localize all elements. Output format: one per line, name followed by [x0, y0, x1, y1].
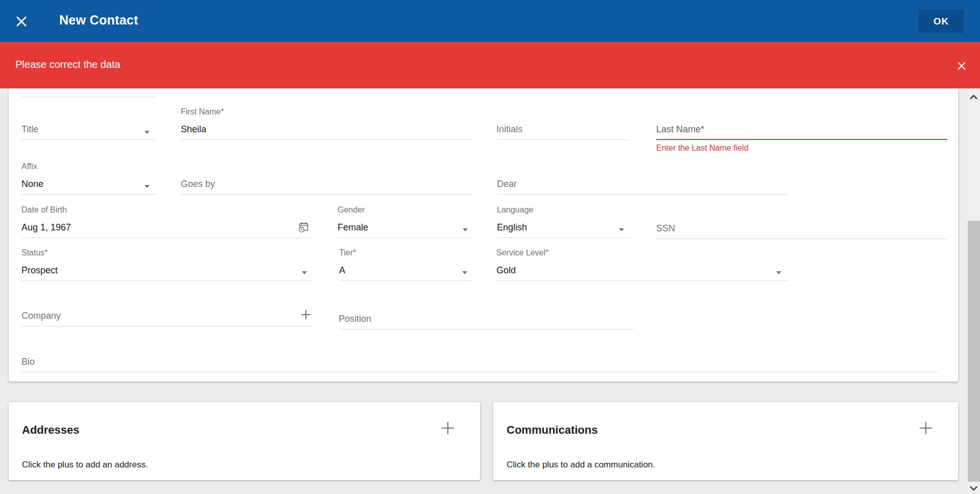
dialog-header: New Contact OK: [0, 0, 980, 42]
field-underline: [21, 326, 313, 326]
chevron-down-icon: [462, 271, 467, 274]
goes-by-placeholder: Goes by: [181, 179, 215, 190]
position-field[interactable]: Position: [339, 314, 634, 330]
affix-dropdown[interactable]: Affix None: [21, 162, 156, 195]
first-name-value: Sheila: [181, 124, 206, 135]
vertical-scrollbar[interactable]: [967, 88, 980, 494]
field-underline: [181, 139, 472, 140]
title-dropdown[interactable]: Title: [21, 124, 156, 140]
title-placeholder: Title: [21, 124, 38, 135]
last-name-field[interactable]: Last Name* Enter the Last Name field: [656, 124, 947, 155]
chevron-down-icon: [145, 185, 150, 188]
first-name-field[interactable]: First Name* Sheila: [181, 107, 472, 140]
add-address-plus-icon[interactable]: [440, 420, 456, 436]
status-dropdown[interactable]: Status* Prospect: [21, 248, 313, 281]
addresses-section-card: Addresses Click the plus to add an addre…: [9, 402, 480, 480]
dear-field[interactable]: Dear: [497, 179, 787, 195]
bio-placeholder: Bio: [21, 357, 35, 367]
gender-dropdown[interactable]: Gender Female: [338, 205, 472, 238]
new-contact-dialog: New Contact OK Please correct the data T…: [0, 0, 980, 494]
field-underline: [656, 239, 947, 239]
error-underline: [656, 139, 947, 140]
chevron-down-icon: [302, 271, 307, 274]
status-label: Status*: [21, 248, 48, 257]
field-underline: [21, 280, 313, 281]
gender-value: Female: [338, 222, 368, 233]
addresses-title: Addresses: [22, 424, 80, 437]
field-underline: [21, 372, 938, 372]
error-banner: Please correct the data: [0, 42, 980, 88]
company-field[interactable]: Company: [21, 311, 313, 326]
company-placeholder: Company: [21, 311, 61, 321]
close-icon[interactable]: [14, 14, 29, 29]
page-title: New Contact: [59, 13, 138, 28]
initials-placeholder: Initials: [496, 124, 522, 135]
last-name-error-text: Enter the Last Name field: [656, 143, 749, 153]
scroll-up-icon[interactable]: [969, 93, 978, 99]
communications-title: Communications: [507, 424, 597, 437]
field-underline: [497, 194, 787, 195]
addresses-hint: Click the plus to add an address.: [22, 460, 148, 470]
status-value: Prospect: [21, 265, 58, 276]
tier-dropdown[interactable]: Tier* A: [339, 248, 473, 281]
field-underline: [21, 194, 156, 195]
field-underline: [338, 238, 472, 238]
field-underline: [21, 139, 156, 140]
dear-placeholder: Dear: [497, 179, 517, 190]
contact-form-card: Title First Name* Sheila Initials Last N…: [9, 88, 958, 382]
date-of-birth-label: Date of Birth: [21, 205, 67, 215]
field-underline: [181, 194, 472, 195]
initials-field[interactable]: Initials: [496, 124, 630, 140]
scroll-down-icon[interactable]: [969, 484, 978, 490]
communications-section-card: Communications Click the plus to add a c…: [493, 402, 958, 480]
communications-hint: Click the plus to add a communication.: [507, 460, 655, 470]
field-underline: [496, 139, 630, 140]
first-name-label: First Name*: [181, 107, 224, 116]
last-name-placeholder: Last Name*: [656, 124, 704, 135]
ssn-field[interactable]: SSN: [656, 223, 947, 239]
scrollbar-thumb[interactable]: [968, 221, 980, 482]
chevron-down-icon: [776, 271, 781, 274]
add-communication-plus-icon[interactable]: [918, 420, 934, 436]
service-level-dropdown[interactable]: Service Level* Gold: [496, 248, 788, 281]
field-underline: [339, 280, 473, 281]
field-underline: [21, 238, 313, 238]
affix-label: Affix: [21, 162, 37, 171]
service-level-value: Gold: [496, 265, 516, 276]
calendar-clock-icon[interactable]: [298, 221, 309, 235]
ok-button[interactable]: OK: [919, 10, 964, 33]
date-of-birth-value: Aug 1, 1967: [21, 222, 71, 233]
chevron-down-icon: [145, 131, 150, 134]
chevron-down-icon: [463, 228, 468, 231]
ssn-placeholder: SSN: [656, 223, 675, 234]
language-dropdown[interactable]: Language English: [497, 205, 630, 238]
bio-field[interactable]: Bio: [21, 357, 938, 372]
error-banner-message: Please correct the data: [15, 59, 121, 70]
goes-by-field[interactable]: Goes by: [181, 179, 472, 195]
clipped-field-underline: [21, 97, 156, 98]
add-company-plus-icon[interactable]: [300, 309, 312, 322]
field-underline: [497, 238, 630, 238]
gender-label: Gender: [338, 205, 365, 215]
tier-value: A: [339, 265, 345, 276]
chevron-down-icon: [619, 228, 624, 231]
affix-value: None: [21, 179, 43, 190]
date-of-birth-field[interactable]: Date of Birth Aug 1, 1967: [21, 205, 313, 238]
language-label: Language: [497, 205, 533, 215]
field-underline: [496, 280, 788, 281]
tier-label: Tier*: [339, 248, 356, 257]
position-placeholder: Position: [339, 314, 371, 324]
field-underline: [339, 329, 634, 330]
language-value: English: [497, 222, 527, 233]
service-level-label: Service Level*: [496, 248, 548, 257]
banner-close-icon[interactable]: [956, 60, 967, 72]
